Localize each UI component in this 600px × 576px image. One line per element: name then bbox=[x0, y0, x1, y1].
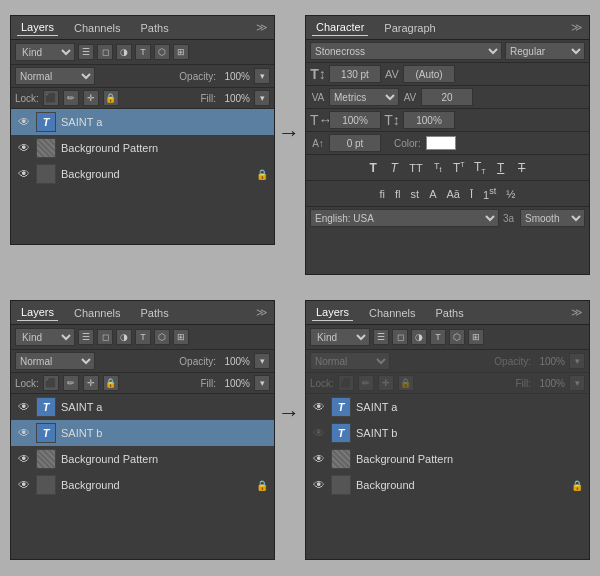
tab-channels-bl[interactable]: Channels bbox=[70, 305, 124, 321]
typo-sub-tr[interactable]: TT bbox=[471, 159, 489, 176]
layer-item-bg-pattern-br[interactable]: 👁 Background Pattern bbox=[306, 446, 589, 472]
blend-select-tl[interactable]: Normal bbox=[15, 67, 95, 85]
lock-all-bl[interactable]: 🔒 bbox=[103, 375, 119, 391]
filter-icon-br[interactable]: ☰ bbox=[373, 329, 389, 345]
opacity-arrow-bl[interactable]: ▾ bbox=[254, 353, 270, 369]
filter-icon-bl[interactable]: ☰ bbox=[78, 329, 94, 345]
opacity-arrow-br[interactable]: ▾ bbox=[569, 353, 585, 369]
visibility-bg-pattern-tl[interactable]: 👁 bbox=[17, 141, 31, 155]
smart-icon-br[interactable]: ⊞ bbox=[468, 329, 484, 345]
typo-bold-tr[interactable]: T bbox=[364, 160, 382, 176]
layer-item-saint-b-bl[interactable]: 👁 T SAINT b bbox=[11, 420, 274, 446]
color-swatch-tr[interactable] bbox=[426, 136, 456, 150]
text-icon-tl[interactable]: T bbox=[135, 44, 151, 60]
liga-fi-tr[interactable]: fi bbox=[377, 187, 389, 201]
lock-px-bl[interactable]: ⬛ bbox=[43, 375, 59, 391]
liga-i-tr[interactable]: Ī bbox=[467, 187, 476, 201]
visibility-saint-b-br[interactable]: 👁 bbox=[312, 426, 326, 440]
visibility-bg-tl[interactable]: 👁 bbox=[17, 167, 31, 181]
visibility-saint-a-tl[interactable]: 👁 bbox=[17, 115, 31, 129]
scale-h-input-tr[interactable] bbox=[329, 111, 381, 129]
fill-arrow-br[interactable]: ▾ bbox=[569, 375, 585, 391]
lock-edit-br[interactable]: ✏ bbox=[358, 375, 374, 391]
blend-select-bl[interactable]: Normal bbox=[15, 352, 95, 370]
visibility-saint-a-br[interactable]: 👁 bbox=[312, 400, 326, 414]
panel-menu-br[interactable]: ≫ bbox=[571, 306, 583, 319]
text-icon-bl[interactable]: T bbox=[135, 329, 151, 345]
layer-item-bg-br[interactable]: 👁 Background 🔒 bbox=[306, 472, 589, 498]
layer-item-bg-tl[interactable]: 👁 Background 🔒 bbox=[11, 161, 274, 187]
tab-channels-br[interactable]: Channels bbox=[365, 305, 419, 321]
liga-aa-tr[interactable]: A bbox=[426, 187, 439, 201]
typo-italic-tr[interactable]: T bbox=[385, 160, 403, 176]
kind-select-tl[interactable]: Kind bbox=[15, 43, 75, 61]
layer-item-bg-pattern-tl[interactable]: 👁 Background Pattern bbox=[11, 135, 274, 161]
smart-icon-bl[interactable]: ⊞ bbox=[173, 329, 189, 345]
pixel-icon-bl[interactable]: ◻ bbox=[97, 329, 113, 345]
tab-layers-br[interactable]: Layers bbox=[312, 304, 353, 321]
adjust-icon-br[interactable]: ◑ bbox=[411, 329, 427, 345]
tab-paths-br[interactable]: Paths bbox=[432, 305, 468, 321]
lock-all-br[interactable]: 🔒 bbox=[398, 375, 414, 391]
shape-icon-tl[interactable]: ⬡ bbox=[154, 44, 170, 60]
font-select-tr[interactable]: Stonecross bbox=[310, 42, 502, 60]
kind-select-br[interactable]: Kind bbox=[310, 328, 370, 346]
lock-px-tl[interactable]: ⬛ bbox=[43, 90, 59, 106]
visibility-saint-b-bl[interactable]: 👁 bbox=[17, 426, 31, 440]
opacity-arrow-tl[interactable]: ▾ bbox=[254, 68, 270, 84]
adjust-icon-tl[interactable]: ◑ bbox=[116, 44, 132, 60]
fill-arrow-bl[interactable]: ▾ bbox=[254, 375, 270, 391]
lock-all-tl[interactable]: 🔒 bbox=[103, 90, 119, 106]
panel-menu-tr[interactable]: ≫ bbox=[571, 21, 583, 34]
fill-arrow-tl[interactable]: ▾ bbox=[254, 90, 270, 106]
lock-edit-bl[interactable]: ✏ bbox=[63, 375, 79, 391]
layer-item-bg-bl[interactable]: 👁 Background 🔒 bbox=[11, 472, 274, 498]
tab-paths-bl[interactable]: Paths bbox=[137, 305, 173, 321]
liga-fl-tr[interactable]: ﬂ bbox=[392, 187, 404, 201]
blend-select-br[interactable]: Normal bbox=[310, 352, 390, 370]
kerning-input-tr[interactable] bbox=[421, 88, 473, 106]
layer-item-saint-a-br[interactable]: 👁 T SAINT a bbox=[306, 394, 589, 420]
lang-select-tr[interactable]: English: USA bbox=[310, 209, 499, 227]
leading-input-tr[interactable] bbox=[403, 65, 455, 83]
panel-menu-tl[interactable]: ≫ bbox=[256, 21, 268, 34]
lock-move-bl[interactable]: ✛ bbox=[83, 375, 99, 391]
aa-select-tr[interactable]: Smooth bbox=[520, 209, 585, 227]
typo-strike-tr[interactable]: T bbox=[513, 160, 531, 176]
typo-tt-tr[interactable]: TT bbox=[406, 161, 425, 175]
lock-px-br[interactable]: ⬛ bbox=[338, 375, 354, 391]
tracking-select-tr[interactable]: Metrics bbox=[329, 88, 399, 106]
text-icon-br[interactable]: T bbox=[430, 329, 446, 345]
visibility-bg-pattern-bl[interactable]: 👁 bbox=[17, 452, 31, 466]
visibility-bg-pattern-br[interactable]: 👁 bbox=[312, 452, 326, 466]
scale-v-input-tr[interactable] bbox=[403, 111, 455, 129]
typo-smallcaps-tr[interactable]: Tt bbox=[429, 160, 447, 175]
liga-aao-tr[interactable]: Aā bbox=[443, 187, 462, 201]
pixel-icon-br[interactable]: ◻ bbox=[392, 329, 408, 345]
liga-half-tr[interactable]: ½ bbox=[503, 187, 518, 201]
layer-item-saint-b-br[interactable]: 👁 T SAINT b bbox=[306, 420, 589, 446]
shape-icon-bl[interactable]: ⬡ bbox=[154, 329, 170, 345]
layer-item-saint-a-bl[interactable]: 👁 T SAINT a bbox=[11, 394, 274, 420]
liga-st-tr[interactable]: st bbox=[408, 187, 423, 201]
visibility-bg-bl[interactable]: 👁 bbox=[17, 478, 31, 492]
lock-edit-tl[interactable]: ✏ bbox=[63, 90, 79, 106]
tab-channels-tl[interactable]: Channels bbox=[70, 20, 124, 36]
layer-item-saint-a-tl[interactable]: 👁 T SAINT a bbox=[11, 109, 274, 135]
tab-layers-tl[interactable]: Layers bbox=[17, 19, 58, 36]
smart-icon-tl[interactable]: ⊞ bbox=[173, 44, 189, 60]
lock-move-br[interactable]: ✛ bbox=[378, 375, 394, 391]
pixel-icon-tl[interactable]: ◻ bbox=[97, 44, 113, 60]
liga-1st-tr[interactable]: 1st bbox=[480, 185, 499, 202]
typo-super-tr[interactable]: TT bbox=[450, 160, 468, 176]
tab-layers-bl[interactable]: Layers bbox=[17, 304, 58, 321]
shape-icon-br[interactable]: ⬡ bbox=[449, 329, 465, 345]
layer-item-bg-pattern-bl[interactable]: 👁 Background Pattern bbox=[11, 446, 274, 472]
tab-paths-tl[interactable]: Paths bbox=[137, 20, 173, 36]
lock-move-tl[interactable]: ✛ bbox=[83, 90, 99, 106]
filter-icon-tl[interactable]: ☰ bbox=[78, 44, 94, 60]
tab-character-tr[interactable]: Character bbox=[312, 19, 368, 36]
baseline-input-tr[interactable] bbox=[329, 134, 381, 152]
tab-paragraph-tr[interactable]: Paragraph bbox=[380, 20, 439, 36]
panel-menu-bl[interactable]: ≫ bbox=[256, 306, 268, 319]
